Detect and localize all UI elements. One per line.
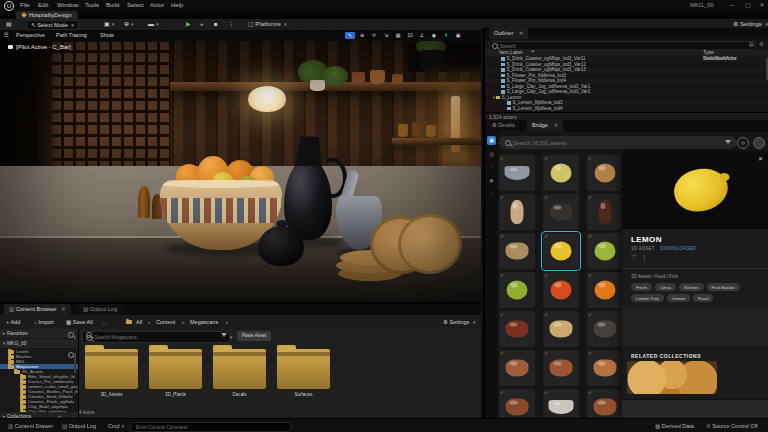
search-icon[interactable] [68, 332, 74, 338]
rotation-snap-icon[interactable]: ∠ [417, 32, 427, 39]
outliner-row[interactable]: S_Lemon_fifjdileva_lod4StaticMeshActor [485, 106, 768, 112]
asset-thumb-white-bowl[interactable]: ✓ [543, 389, 579, 418]
tag-chip[interactable]: Fresh [631, 283, 652, 291]
refresh-icon[interactable]: ⟳ [737, 137, 749, 149]
settings-dropdown[interactable]: ⚙ Settings ▾ [733, 20, 768, 28]
scale-snap-icon[interactable]: ◉ [429, 32, 439, 39]
derived-data-button[interactable]: ▦ Derived Data [655, 419, 694, 432]
import-button[interactable]: ↓ Import [34, 315, 54, 329]
menu-actor[interactable]: Actor [150, 2, 164, 8]
select-mode-dropdown[interactable]: ↖ Select Mode ▾ [26, 20, 79, 30]
account-avatar[interactable] [753, 137, 765, 149]
breadcrumb-content[interactable]: Content [156, 315, 175, 329]
chevron-down-icon[interactable]: ▾ [230, 334, 233, 340]
cb-search-input[interactable] [82, 331, 230, 343]
tag-chip[interactable]: Rural [693, 294, 713, 302]
favorite-heart-icon[interactable]: ♡ [631, 254, 637, 262]
play-button[interactable]: ▶ [186, 20, 191, 28]
close-button[interactable]: ✕ [756, 1, 768, 10]
asset-thumb-lidded-clay-pot[interactable]: ✓ [499, 233, 535, 269]
asset-thumb-terracotta-pot-1[interactable]: ✓ [499, 350, 535, 386]
skip-button[interactable]: » [200, 20, 203, 28]
close-icon[interactable]: ✕ [61, 306, 66, 312]
camera-speed-value[interactable]: 4 [441, 32, 451, 39]
tag-chip[interactable]: Kitchen [679, 283, 703, 291]
level-viewport[interactable]: ☰ Perspective Path Tracing Show ↖ ⊕ ⟳ ⇲ … [0, 30, 481, 302]
bridge-downloads-icon[interactable]: ↓ [487, 189, 496, 198]
caret-right-icon[interactable]: ▸ [3, 330, 6, 336]
tree-scrollbar[interactable] [74, 353, 76, 373]
downloaded-link[interactable]: DOWNLOADED [660, 246, 696, 251]
column-type[interactable]: Type [703, 49, 714, 55]
asset-thumb-brown-pear[interactable]: ✓ [587, 155, 622, 191]
tab-outliner[interactable]: Outliner ✕ [489, 28, 528, 39]
move-tool-icon[interactable]: ⊕ [357, 32, 367, 39]
cinematics-button[interactable]: ▬▾ [148, 20, 159, 28]
add-actor-button[interactable]: ⊕▾ [124, 20, 134, 28]
asset-thumb-red-clay-pot[interactable]: ✓ [499, 311, 535, 347]
asset-breadcrumb[interactable]: 3D Assets / Food / Fruit [631, 274, 678, 279]
bridge-local-icon[interactable]: ▥ [487, 150, 496, 159]
asset-thumb-amber-bottle[interactable]: ✓ [587, 194, 622, 230]
tag-chip[interactable]: Fruit Basket [707, 283, 740, 291]
maximize-button[interactable]: ▢ [742, 1, 754, 10]
editor-modes-button[interactable]: ▣▾ [104, 20, 114, 28]
project-root-section[interactable]: ▾ MKG_00 [0, 339, 78, 348]
viewport-show-menu[interactable]: Show [100, 30, 114, 41]
asset-thumb-orange[interactable]: ✓ [587, 272, 622, 308]
rotate-tool-icon[interactable]: ⟳ [369, 32, 379, 39]
bridge-search-input[interactable] [499, 136, 737, 149]
asset-thumb-green-apple[interactable]: ✓ [499, 272, 535, 308]
minimize-button[interactable]: ─ [726, 1, 738, 10]
asset-thumb-lemon-selected[interactable]: ✓ [543, 233, 579, 269]
content-drawer-button[interactable]: ▥ Content Drawer [8, 419, 53, 432]
asset-thumb-clay-pot-4[interactable]: ✓ [587, 389, 622, 418]
menu-tools[interactable]: Tools [85, 2, 99, 8]
close-icon[interactable]: ✕ [553, 122, 558, 128]
asset-thumb-clay-pot-3[interactable]: ✓ [499, 389, 535, 418]
bridge-favorites-icon[interactable]: ♡ [487, 163, 496, 172]
caret-down-icon[interactable]: ▾ [3, 340, 6, 346]
close-detail-icon[interactable]: ✕ [756, 155, 765, 164]
save-all-button[interactable]: ▦ Save All [66, 315, 93, 329]
outliner-type-filter-icon[interactable]: ▤ [749, 41, 754, 47]
menu-file[interactable]: File [20, 2, 30, 8]
grid-snap-value[interactable]: 10 [405, 32, 415, 39]
project-tab[interactable]: HospitalityDesign [16, 11, 78, 19]
scale-tool-icon[interactable]: ⇲ [381, 32, 391, 39]
stop-button[interactable]: ■ [214, 20, 218, 28]
filter-icon[interactable] [221, 333, 227, 337]
play-options-kebab[interactable]: ⋮ [228, 20, 234, 28]
viewport-view-mode-menu[interactable]: Path Tracing [56, 30, 87, 41]
grid-snap-icon[interactable]: ▦ [393, 32, 403, 39]
tab-bridge[interactable]: Bridge ✕ [527, 120, 563, 131]
close-icon[interactable]: ✕ [519, 30, 524, 36]
asset-thumb-terracotta-pot-2[interactable]: ✓ [543, 350, 579, 386]
related-collection-thumbnail[interactable] [627, 361, 717, 394]
outliner-settings-icon[interactable]: ⚙ [759, 41, 763, 47]
select-tool-icon[interactable]: ↖ [345, 32, 355, 39]
folder-decals[interactable] [213, 349, 266, 389]
cb-settings-dropdown[interactable]: ⚙ Settings ▾ [443, 315, 475, 329]
asset-thumb-lime[interactable]: ✓ [587, 233, 622, 269]
viewport-perspective-menu[interactable]: Perspective [16, 30, 45, 41]
folder-3d-assets[interactable] [85, 349, 138, 389]
tab-output-log[interactable]: ▤ Output Log [78, 304, 122, 315]
caret-down-icon[interactable]: ▾ [493, 95, 495, 100]
add-button[interactable]: + Add [6, 315, 20, 329]
asset-thumb-nectarine[interactable]: ✓ [543, 272, 579, 308]
asset-thumb-clay-cup[interactable]: ✓ [587, 350, 622, 386]
menu-select[interactable]: Select [127, 2, 144, 8]
menu-window[interactable]: Window [57, 2, 78, 8]
asset-thumb-mushrooms[interactable]: ✓ [543, 311, 579, 347]
maximize-viewport-icon[interactable]: ▣ [453, 32, 463, 39]
tag-chip[interactable]: Lemon [667, 294, 690, 302]
bridge-collections-icon[interactable]: ◉ [487, 176, 496, 185]
menu-build[interactable]: Build [106, 2, 119, 8]
source-control-button[interactable]: ⊘ Source Control Off [706, 419, 758, 432]
asset-thumb-stone-mortar[interactable]: ✓ [499, 155, 535, 191]
asset-thumb-dark-vessel[interactable]: ✓ [587, 311, 622, 347]
console-command-input[interactable] [130, 422, 292, 432]
column-item-label[interactable]: Item Label [499, 49, 522, 55]
bridge-home-icon[interactable]: ▣ [487, 136, 496, 145]
